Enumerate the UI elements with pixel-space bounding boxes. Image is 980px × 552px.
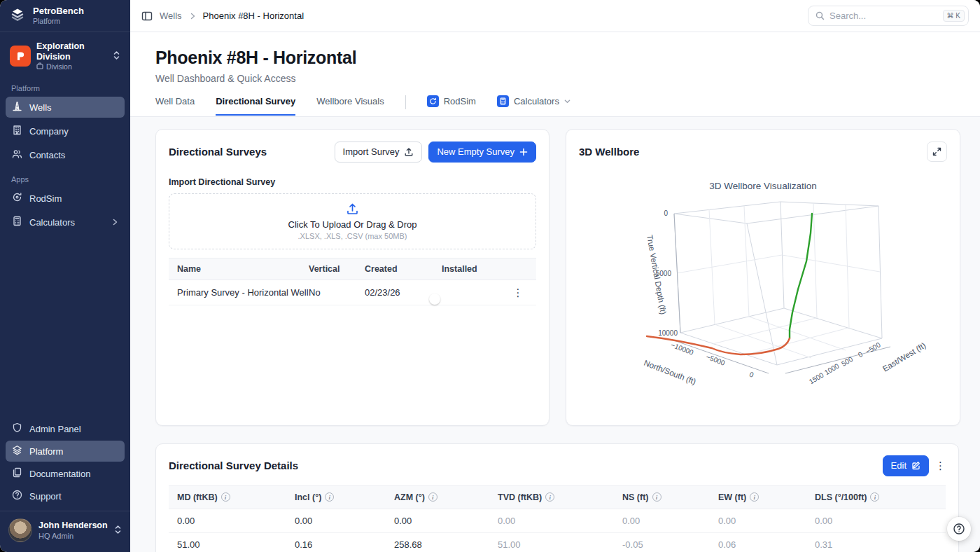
info-icon[interactable]: i <box>545 492 554 502</box>
sidebar-item-documentation[interactable]: Documentation <box>6 463 125 484</box>
cell-tvd: 51.00 <box>498 539 622 550</box>
documents-icon <box>12 467 22 480</box>
user-menu[interactable]: John Henderson HQ Admin <box>0 511 130 549</box>
org-logo-icon <box>10 46 31 67</box>
ew-tick: 0 <box>857 350 864 359</box>
page-title: Phoenix #8H - Horizontal <box>155 48 955 68</box>
cell-ew: 0.00 <box>718 516 815 526</box>
sidebar-item-label: RodSim <box>29 193 62 204</box>
org-switcher[interactable]: Exploration Division Division <box>6 38 125 74</box>
dropzone-hint: .XLSX, .XLS, .CSV (max 50MB) <box>298 232 407 240</box>
breadcrumb-wells[interactable]: Wells <box>160 11 182 21</box>
search-input[interactable] <box>830 11 938 21</box>
chevron-right-icon <box>111 217 118 228</box>
brand-subtitle: Platform <box>33 17 84 25</box>
tab-wellbore-visuals[interactable]: Wellbore Visuals <box>316 96 384 116</box>
info-icon[interactable]: i <box>325 492 334 502</box>
avatar <box>8 518 32 542</box>
sidebar-item-rodsim[interactable]: RodSim <box>6 188 125 209</box>
survey-vertical: No <box>309 287 365 298</box>
tab-well-data[interactable]: Well Data <box>155 96 195 116</box>
sidebar-item-label: Company <box>29 126 69 137</box>
users-icon <box>12 149 22 161</box>
expand-button[interactable] <box>927 142 947 162</box>
cell-dls: 0.00 <box>815 516 937 526</box>
tvd-tick: 10000 <box>658 329 678 337</box>
sidebar-toggle-icon[interactable] <box>141 11 153 22</box>
sidebar-item-label: Documentation <box>29 469 90 479</box>
expand-icon <box>932 147 941 156</box>
row-menu-kebab-icon[interactable]: ⋮ <box>508 287 528 298</box>
cell-incl: 0.16 <box>295 539 394 550</box>
details-card-title: Directional Survey Details <box>169 460 298 471</box>
cell-md: 51.00 <box>177 539 295 550</box>
cell-ns: -0.05 <box>622 539 718 550</box>
division-icon <box>36 62 43 71</box>
cell-azm: 0.00 <box>394 516 498 526</box>
section-label-platform: Platform <box>0 76 130 95</box>
sidebar-item-company[interactable]: Company <box>6 120 125 142</box>
search-shortcut-badge: ⌘ K <box>943 10 965 22</box>
cell-incl: 0.00 <box>295 516 394 526</box>
info-icon[interactable]: i <box>428 492 438 502</box>
import-survey-button[interactable]: Import Survey <box>335 142 423 163</box>
sidebar-item-platform[interactable]: Platform <box>6 441 125 462</box>
breadcrumb-current: Phoenix #8H - Horizontal <box>203 11 304 21</box>
col-installed: Installed <box>442 264 508 274</box>
section-label-apps: Apps <box>0 167 130 186</box>
tab-rodsim[interactable]: RodSim <box>427 95 476 116</box>
col-md: MD (ftKB) <box>177 492 218 502</box>
sidebar-item-calculators[interactable]: Calculators <box>6 212 125 233</box>
sidebar-item-label: Contacts <box>29 150 65 160</box>
cell-md: 0.00 <box>177 516 295 526</box>
dropzone-title: Click To Upload Or Drag & Drop <box>288 219 417 230</box>
info-icon[interactable]: i <box>652 492 662 502</box>
cell-tvd: 0.00 <box>498 516 622 526</box>
breadcrumb-separator-icon <box>189 13 196 20</box>
chevron-down-icon <box>564 98 570 104</box>
rodsim-app-icon <box>427 95 439 107</box>
sidebar-item-label: Platform <box>29 446 63 457</box>
col-tvd: TVD (ftKB) <box>498 492 542 502</box>
tab-directional-survey[interactable]: Directional Survey <box>216 96 295 116</box>
info-icon[interactable]: i <box>750 492 759 502</box>
details-menu-kebab-icon[interactable]: ⋮ <box>935 460 946 471</box>
user-selector-chevrons-icon <box>114 525 122 537</box>
tab-divider <box>405 95 406 109</box>
ns-tick: 0 <box>748 371 755 379</box>
topbar: Wells Phoenix #8H - Horizontal ⌘ K <box>130 0 980 32</box>
sidebar-item-admin-panel[interactable]: Admin Panel <box>6 418 125 439</box>
brand-header: PetroBench Platform <box>0 0 130 32</box>
ns-axis-label: North/South (ft) <box>643 359 697 386</box>
cell-ew: 0.06 <box>718 539 815 550</box>
org-selector-chevrons-icon <box>113 50 120 62</box>
cell-ns: 0.00 <box>622 516 718 526</box>
info-icon[interactable]: i <box>870 492 879 502</box>
org-type: Division <box>46 62 72 71</box>
survey-table-row[interactable]: Primary Survey - Horizontal Well No 02/2… <box>169 280 536 305</box>
new-empty-survey-button[interactable]: New Empty Survey <box>428 142 536 163</box>
sidebar-item-label: Admin Panel <box>29 424 81 434</box>
import-section-label: Import Directional Survey <box>169 177 536 187</box>
upload-dropzone[interactable]: Click To Upload Or Drag & Drop .XLSX, .X… <box>169 193 536 249</box>
sidebar-item-wells[interactable]: Wells <box>6 97 125 118</box>
wellbore-3d-chart[interactable]: 0 5000 10000 True Vertical Depth (ft) −1… <box>579 195 947 401</box>
search-box[interactable]: ⌘ K <box>808 6 969 26</box>
col-dls: DLS (°/100ft) <box>815 492 867 502</box>
edit-button[interactable]: Edit <box>883 455 929 476</box>
ew-tick: 500 <box>840 355 854 368</box>
sidebar-footer: Admin Panel Platform Documentation Suppo… <box>0 417 130 552</box>
ew-tick: −500 <box>864 340 882 355</box>
sidebar-item-contacts[interactable]: Contacts <box>6 144 125 165</box>
calculators-app-icon <box>497 95 509 107</box>
cell-azm: 258.68 <box>394 539 498 550</box>
derrick-icon <box>12 101 22 113</box>
calculator-icon <box>12 216 22 228</box>
chart-title: 3D Wellbore Visualization <box>579 181 947 191</box>
search-icon <box>816 11 825 20</box>
info-icon[interactable]: i <box>221 492 230 502</box>
help-button[interactable] <box>947 517 971 541</box>
sidebar-item-support[interactable]: Support <box>6 485 125 506</box>
tab-calculators[interactable]: Calculators <box>497 95 570 116</box>
edit-icon <box>911 461 920 470</box>
